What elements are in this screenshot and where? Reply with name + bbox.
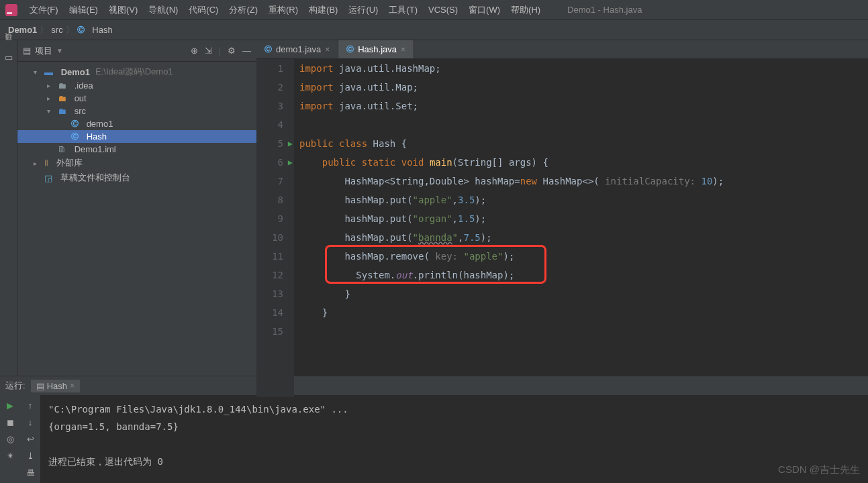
tree-external-libs[interactable]: ▸⫴ 外部库 [17,156,256,170]
folder-icon: 🖿 [58,80,66,91]
menu-tools[interactable]: 工具(T) [385,3,422,17]
tree-idea[interactable]: ▸🖿 .idea [17,79,256,92]
code-editor[interactable]: 1 2 3 4 5▶ 6▶ 7 8 9 10 11 12 13 14 15 im… [256,59,868,397]
run-config-icon: ▤ [36,381,44,391]
project-tool-window: ▤ 项目 ▼ ⊕ ⇲ | ⚙ — ▾▬ Demo1E:\Ideal源码\Demo… [17,40,256,376]
crumb-file[interactable]: Ⓒ Hash [77,25,113,35]
editor-area: Ⓒdemo1.java× ⒸHash.java× 1 2 3 4 5▶ 6▶ 7… [256,40,868,376]
output-line: 进程已结束，退出代码为 0 [48,453,860,470]
tree-project-root[interactable]: ▾▬ Demo1E:\Ideal源码\Demo1 [17,64,256,79]
chevron-right-icon: 〉 [66,24,75,36]
file-icon: 🗎 [58,144,66,154]
folder-icon: 🖿 [58,106,66,116]
run-tools: ▶ ◼ ◎ ✴ ↑ ↓ ↩ ⤓ 🖶 [0,395,40,483]
stop-icon[interactable]: ◼ [7,417,14,427]
close-icon[interactable]: × [401,45,405,54]
close-icon[interactable]: × [70,381,75,390]
tree-out[interactable]: ▸🖿 out [17,92,256,105]
tree-scratches[interactable]: ▸◲ 草稿文件和控制台 [17,170,256,185]
expand-icon[interactable]: ⇲ [205,46,212,56]
rerun-icon[interactable]: ▶ [7,400,13,411]
svg-rect-0 [5,4,17,16]
watermark: CSDN @吉士先生 [778,464,860,476]
run-output[interactable]: "C:\Program Files\Java\jdk1.8.0_144\bin\… [40,395,868,483]
gear-icon[interactable]: ⚙ [228,46,236,56]
run-label: 运行: [5,380,26,392]
menubar: 文件(F) 编辑(E) 视图(V) 导航(N) 代码(C) 分析(Z) 重构(R… [0,0,868,20]
class-icon: Ⓒ [346,44,354,54]
down-icon[interactable]: ↓ [28,417,33,427]
menu-window[interactable]: 窗口(W) [465,3,504,17]
class-icon: Ⓒ [77,25,85,35]
folder-icon: 🖿 [58,93,66,103]
dump-icon[interactable]: ◎ [7,434,14,444]
wrap-icon[interactable]: ↩ [27,434,34,444]
menu-refactor[interactable]: 重构(R) [264,3,302,17]
tab-demo1[interactable]: Ⓒdemo1.java× [256,40,338,58]
class-icon: Ⓒ [264,44,272,54]
bookmark-icon[interactable]: ▭ [5,52,13,62]
project-tree[interactable]: ▾▬ Demo1E:\Ideal源码\Demo1 ▸🖿 .idea ▸🖿 out… [17,62,256,376]
tool-stripe-left: 项目 ▭ [0,40,17,376]
tab-hash[interactable]: ⒸHash.java× [338,40,414,58]
settings-icon[interactable]: ✴ [7,451,14,461]
project-header: ▤ 项目 ▼ ⊕ ⇲ | ⚙ — [17,40,256,62]
up-icon[interactable]: ↑ [28,400,33,411]
menu-analyze[interactable]: 分析(Z) [225,3,262,17]
window-title: Demo1 - Hash.java [567,5,642,15]
output-line: "C:\Program Files\Java\jdk1.8.0_144\bin\… [48,400,860,418]
menu-build[interactable]: 构建(B) [305,3,342,17]
scratch-icon: ◲ [44,173,52,183]
tree-hash[interactable]: ▸Ⓒ Hash [17,130,256,143]
chevron-right-icon: 〉 [40,24,48,36]
run-tab-hash[interactable]: ▤Hash× [31,380,80,392]
menu-nav[interactable]: 导航(N) [144,3,182,17]
tree-demo1[interactable]: ▸Ⓒ demo1 [17,117,256,130]
project-title[interactable]: ▤ 项目 ▼ [23,45,185,57]
menu-help[interactable]: 帮助(H) [507,3,544,17]
menu-edit[interactable]: 编辑(E) [65,3,102,17]
scroll-icon[interactable]: ⤓ [27,451,34,461]
target-icon[interactable]: ⊕ [191,46,198,56]
class-icon: Ⓒ [71,131,79,142]
output-line: {organ=1.5, bannda=7.5} [48,418,860,435]
chevron-down-icon: ▼ [56,47,63,54]
class-icon: Ⓒ [71,119,79,129]
menu-vcs[interactable]: VCS(S) [424,3,462,16]
run-gutter-icon[interactable]: ▶ [288,153,293,172]
close-icon[interactable]: × [325,45,330,54]
tree-src[interactable]: ▾🖿 src [17,105,256,117]
navigation-bar: Demo1 〉 src 〉 Ⓒ Hash [0,20,868,40]
editor-tabs: Ⓒdemo1.java× ⒸHash.java× [256,40,868,59]
menu-file[interactable]: 文件(F) [26,3,62,17]
library-icon: ⫴ [44,158,48,168]
svg-rect-1 [7,12,12,13]
crumb-src[interactable]: src [51,25,62,35]
code-content[interactable]: import java.util.HashMap;import java.uti… [294,59,868,397]
project-icon: ▬ [44,67,53,77]
project-icon: ▤ [23,46,31,56]
main-area: 项目 ▭ ▤ 项目 ▼ ⊕ ⇲ | ⚙ — ▾▬ Demo1E:\Ideal源码… [0,40,868,376]
menu-view[interactable]: 视图(V) [105,3,142,17]
line-gutter: 1 2 3 4 5▶ 6▶ 7 8 9 10 11 12 13 14 15 [256,59,294,397]
menu-code[interactable]: 代码(C) [185,3,222,17]
tree-iml[interactable]: ▸🗎 Demo1.iml [17,143,256,156]
print-icon[interactable]: 🖶 [26,468,35,478]
app-logo-icon [5,4,17,16]
menu-run[interactable]: 运行(U) [344,3,382,17]
run-gutter-icon[interactable]: ▶ [288,134,293,153]
crumb-root[interactable]: Demo1 [8,25,37,35]
divider-icon: | [219,46,221,56]
minimize-icon[interactable]: — [242,46,251,56]
